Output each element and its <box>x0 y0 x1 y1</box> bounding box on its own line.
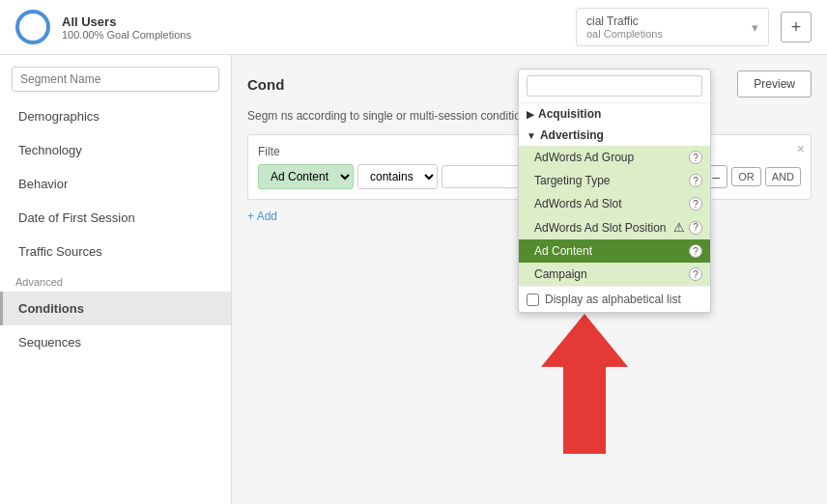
dropdown-item-ad-content[interactable]: Ad Content ? <box>519 239 710 263</box>
main-layout: Demographics Technology Behavior Date of… <box>0 55 827 504</box>
arrow-head <box>541 314 628 367</box>
advertising-arrow-icon: ▼ <box>527 130 536 141</box>
segment-icon <box>15 10 50 44</box>
sidebar-item-conditions[interactable]: Conditions <box>0 292 231 325</box>
social-traffic-box: cial Traffic oal Completions ▾ <box>576 8 769 46</box>
content-area: Cond Preview Segm ns according to single… <box>232 55 827 504</box>
question-icon: ? <box>689 151 702 164</box>
arrow-indicator <box>541 314 628 454</box>
content-title: Cond <box>247 76 284 93</box>
segment-title: All Users <box>62 14 191 29</box>
sidebar-item-technology[interactable]: Technology <box>0 133 231 167</box>
preview-button[interactable]: Preview <box>737 70 812 98</box>
sidebar-item-date-of-first-session[interactable]: Date of First Session <box>0 201 231 235</box>
add-segment-button[interactable]: + <box>781 12 812 42</box>
alphabetical-list-checkbox[interactable] <box>527 294 539 306</box>
dropdown-section-advertising[interactable]: ▼ Advertising <box>519 125 710 146</box>
advanced-section-label: Advanced <box>0 268 231 292</box>
segment-subtitle: 100.00% Goal Completions <box>62 29 191 41</box>
chevron-down-icon[interactable]: ▾ <box>752 20 758 35</box>
segment-name-input[interactable] <box>12 67 219 92</box>
social-traffic-title: cial Traffic <box>586 14 744 28</box>
arrow-body <box>563 367 606 454</box>
dropdown-item-adwords-ad-slot[interactable]: AdWords Ad Slot ? <box>519 192 710 215</box>
sidebar: Demographics Technology Behavior Date of… <box>0 55 232 504</box>
dropdown-footer: Display as alphabetical list <box>519 286 710 312</box>
question-icon: ? <box>689 267 702 281</box>
or-button[interactable]: OR <box>731 167 761 186</box>
dropdown-search-input[interactable] <box>527 75 702 97</box>
sidebar-item-sequences[interactable]: Sequences <box>0 325 231 359</box>
alphabetical-list-label: Display as alphabetical list <box>545 293 681 306</box>
dropdown-item-campaign[interactable]: Campaign ? <box>519 263 710 286</box>
filter-condition-select[interactable]: contains <box>357 164 438 189</box>
social-traffic-text: cial Traffic oal Completions <box>586 14 744 40</box>
warning-icon: ⚠ <box>673 220 685 235</box>
sidebar-item-demographics[interactable]: Demographics <box>0 99 231 133</box>
sidebar-item-traffic-sources[interactable]: Traffic Sources <box>0 235 231 268</box>
dropdown-item-adwords-ad-slot-position[interactable]: AdWords Ad Slot Position ⚠ ? <box>519 215 710 239</box>
question-icon: ? <box>689 221 702 235</box>
and-button[interactable]: AND <box>765 167 801 186</box>
dropdown-item-adwords-ad-group[interactable]: AdWords Ad Group ? <box>519 146 710 169</box>
social-traffic-sub: oal Completions <box>586 28 744 40</box>
question-icon: ? <box>689 244 702 258</box>
dimension-dropdown: ▶ Acquisition ▼ Advertising AdWords Ad G… <box>518 69 711 313</box>
close-filter-button[interactable]: × <box>797 141 805 156</box>
question-icon: ? <box>689 197 702 210</box>
question-icon: ? <box>689 174 702 187</box>
segment-info: All Users 100.00% Goal Completions <box>62 14 191 41</box>
filter-dimension-select[interactable]: Ad Content <box>258 164 354 189</box>
sidebar-item-behavior[interactable]: Behavior <box>0 167 231 201</box>
top-bar: All Users 100.00% Goal Completions cial … <box>0 0 827 55</box>
acquisition-arrow-icon: ▶ <box>527 109 534 120</box>
dropdown-section-acquisition[interactable]: ▶ Acquisition <box>519 103 710 125</box>
dropdown-item-targeting-type[interactable]: Targeting Type ? <box>519 169 710 192</box>
dropdown-list: ▶ Acquisition ▼ Advertising AdWords Ad G… <box>519 103 710 286</box>
dropdown-search-area <box>519 70 710 103</box>
